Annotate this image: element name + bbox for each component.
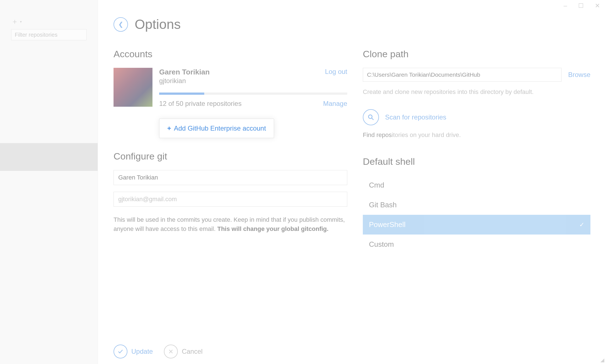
- shell-option-custom[interactable]: Custom: [363, 235, 590, 254]
- update-button[interactable]: Update: [114, 345, 153, 358]
- check-icon: ✓: [579, 221, 584, 228]
- shell-option-label: Custom: [369, 240, 394, 249]
- git-name-input[interactable]: [114, 170, 347, 185]
- resize-grip[interactable]: [599, 357, 605, 363]
- add-enterprise-label: Add GitHub Enterprise account: [174, 124, 266, 132]
- avatar: [114, 68, 152, 107]
- accounts-heading: Accounts: [114, 49, 347, 59]
- browse-link[interactable]: Browse: [568, 71, 590, 79]
- configure-git-heading: Configure git: [114, 151, 347, 162]
- clone-path-heading: Clone path: [363, 49, 590, 59]
- add-enterprise-button[interactable]: + Add GitHub Enterprise account: [159, 119, 274, 138]
- plus-icon: ＋: [11, 17, 18, 26]
- account-row: Garen Torikian gjtorikian Log out: [114, 68, 347, 108]
- chevron-left-icon: ❮: [118, 21, 123, 28]
- cancel-label: Cancel: [182, 348, 203, 355]
- scan-repositories-link[interactable]: Scan for repositories: [385, 113, 446, 121]
- page-title: Options: [135, 17, 181, 32]
- update-label: Update: [131, 348, 153, 355]
- maximize-icon[interactable]: ☐: [578, 2, 584, 9]
- search-icon[interactable]: [363, 109, 379, 125]
- repo-usage-text: 12 of 50 private repositories: [159, 100, 242, 108]
- shell-option-git-bash[interactable]: Git Bash: [363, 195, 590, 215]
- clone-path-hint: Create and clone new repositories into t…: [363, 87, 590, 96]
- git-email-input[interactable]: [114, 192, 347, 207]
- minimize-icon[interactable]: –: [564, 2, 567, 9]
- cancel-button[interactable]: Cancel: [164, 345, 203, 358]
- log-out-link[interactable]: Log out: [325, 68, 347, 76]
- close-icon[interactable]: ✕: [595, 2, 600, 9]
- default-shell-heading: Default shell: [363, 156, 590, 167]
- sidebar-selected-placeholder: [0, 143, 98, 171]
- scan-hint: Find repositories on your hard drive.: [363, 130, 590, 139]
- shell-option-label: PowerShell: [369, 220, 406, 229]
- filter-repositories-input[interactable]: [11, 29, 87, 40]
- shell-option-label: Git Bash: [369, 201, 397, 209]
- clone-path-input[interactable]: [363, 68, 561, 82]
- x-icon: [164, 345, 178, 358]
- shell-option-cmd[interactable]: Cmd: [363, 175, 590, 195]
- manage-link[interactable]: Manage: [323, 100, 347, 108]
- caret-down-icon: ▾: [20, 20, 22, 24]
- svg-line-3: [372, 118, 373, 120]
- window-controls: – ☐ ✕: [564, 2, 600, 9]
- configure-git-description: This will be used in the commits you cre…: [114, 215, 347, 233]
- back-button[interactable]: ❮: [114, 17, 128, 32]
- account-username: gjtorikian: [159, 77, 210, 85]
- sidebar: ＋ ▾: [0, 0, 98, 364]
- plus-icon: +: [167, 124, 171, 132]
- shell-option-powershell[interactable]: PowerShell✓: [363, 215, 590, 235]
- shell-option-label: Cmd: [369, 181, 384, 190]
- main-panel: – ☐ ✕ ❮ Options Accounts: [98, 0, 606, 364]
- check-icon: [114, 345, 127, 358]
- repo-usage-progress: [159, 93, 347, 95]
- account-name: Garen Torikian: [159, 68, 210, 76]
- add-repository-dropdown[interactable]: ＋ ▾: [11, 17, 22, 26]
